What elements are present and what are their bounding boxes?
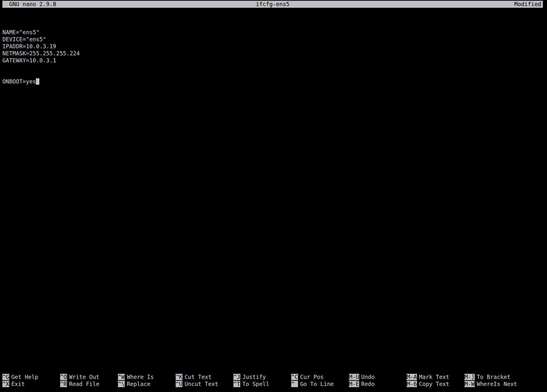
shortcut-label: Cur Pos [300,374,324,380]
shortcut-item: ^OWrite Out [60,374,118,381]
code-line: GATEWAY=10.0.3.1 [2,57,543,64]
shortcut-label: Cut Text [185,374,212,380]
modified-badge: Modified [514,1,543,8]
shortcut-label: To Spell [242,381,269,387]
shortcut-row-2: ^XExit^RRead File^\Replace^UUncut Text^T… [2,381,543,388]
editor-lines: NAME="ens5"DEVICE="ens5"IPADDR=10.0.3.19… [2,29,543,64]
code-line: NETMASK=255.255.255.224 [2,50,543,57]
shortcut-label: Write Out [69,374,99,380]
shortcut-key: ^U [176,381,182,387]
shortcut-item: M-ERedo [349,381,407,388]
shortcut-label: To Bracket [477,374,510,380]
code-line: DEVICE="ens5" [2,36,543,43]
shortcut-key: M-W [464,381,475,387]
terminal-screen: { "colors": { "background": "#000000", "… [0,0,547,392]
shortcut-key: M-] [464,374,475,380]
shortcut-item: ^WWhere Is [118,374,176,381]
shortcut-item: ^XExit [2,381,60,388]
shortcut-key: M-6 [407,381,417,387]
shortcut-item: M-6Copy Text [407,381,464,388]
shortcut-item: M-AMark Text [407,374,464,381]
shortcut-key: ^W [118,374,125,380]
shortcut-row-1: ^GGet Help^OWrite Out^WWhere Is^KCut Tex… [2,374,543,381]
shortcut-label: Go To Line [300,381,334,387]
code-line: NAME="ens5" [2,29,543,36]
shortcut-key: ^R [60,381,67,387]
shortcut-item: M-UUndo [349,374,407,381]
shortcut-item: ^CCur Pos [291,374,349,381]
editor-area[interactable]: NAME="ens5"DEVICE="ens5"IPADDR=10.0.3.19… [2,15,543,99]
shortcut-label: Get Help [11,374,38,380]
shortcut-key: ^O [60,374,67,380]
shortcut-label: Justify [242,374,266,380]
nano-titlebar: GNU nano 2.9.8 ifcfg-ens5 Modified [2,1,543,8]
shortcut-label: Uncut Text [185,381,218,387]
shortcut-key: ^X [2,381,9,387]
shortcut-item: M-]To Bracket [464,374,522,381]
shortcut-item: ^TTo Spell [233,381,291,388]
shortcut-key: M-U [349,374,359,380]
shortcut-key: ^\ [118,381,125,387]
shortcut-item: M-WWhereIs Next [464,381,522,388]
filename-label: ifcfg-ens5 [256,1,289,8]
shortcut-label: Copy Text [419,381,449,387]
shortcut-key: ^C [291,374,298,380]
shortcut-item: ^GGet Help [2,374,60,381]
shortcut-key: ^_ [291,381,298,387]
shortcut-key: ^K [176,374,182,380]
shortcut-label: Undo [361,374,375,380]
shortcut-key: M-A [407,374,417,380]
shortcut-key: ^J [233,374,240,380]
shortcut-key: ^T [233,381,240,387]
shortcut-item: ^\Replace [118,381,176,388]
shortcut-item: ^UUncut Text [176,381,233,388]
shortcut-label: Mark Text [419,374,449,380]
code-line-current: ONBOOT=yes [2,78,543,85]
shortcut-key: ^G [2,374,9,380]
current-line-text: ONBOOT=yes [2,78,36,85]
text-cursor [36,78,39,85]
code-line: IPADDR=10.0.3.19 [2,43,543,50]
shortcut-footer: ^GGet Help^OWrite Out^WWhere Is^KCut Tex… [2,374,543,388]
shortcut-key: M-E [349,381,359,387]
shortcut-label: Redo [361,381,375,387]
shortcut-item: ^_Go To Line [291,381,349,388]
shortcut-label: Read File [69,381,99,387]
shortcut-item: ^KCut Text [176,374,233,381]
nano-terminal: GNU nano 2.9.8 ifcfg-ens5 Modified NAME=… [0,0,547,392]
shortcut-label: WhereIs Next [477,381,517,387]
shortcut-label: Where Is [127,374,154,380]
app-version-label: GNU nano 2.9.8 [2,1,56,8]
shortcut-item: ^JJustify [233,374,291,381]
shortcut-label: Replace [127,381,150,387]
shortcut-item: ^RRead File [60,381,118,388]
shortcut-label: Exit [11,381,25,387]
